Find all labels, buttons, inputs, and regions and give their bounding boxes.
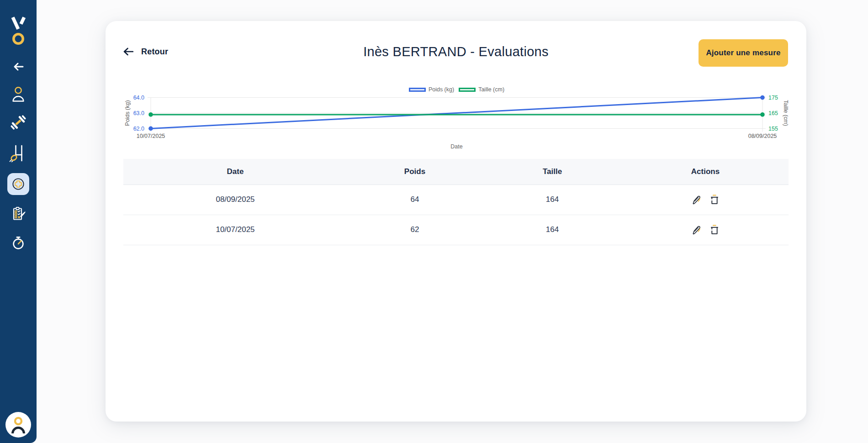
right-axis-tick-label: 155	[768, 126, 778, 132]
series-point-left	[148, 127, 153, 131]
cell-taille: 164	[482, 215, 622, 245]
app-logo[interactable]	[0, 12, 37, 48]
x-axis-title: Date	[450, 143, 462, 150]
left-axis-tick-label: 64.0	[133, 95, 144, 101]
dumbbell-icon	[9, 113, 27, 132]
cell-poids: 62	[347, 215, 482, 245]
stopwatch-icon	[11, 235, 26, 251]
sidebar-back-button[interactable]	[7, 56, 29, 78]
left-axis-tick-label: 62.0	[133, 126, 144, 132]
series-point-left	[760, 95, 765, 100]
add-measure-button[interactable]: Ajouter une mesure	[699, 39, 788, 67]
header-taille: Taille	[482, 159, 622, 185]
cell-date: 08/09/2025	[123, 185, 347, 215]
sidebar-barbell-rack-button[interactable]	[7, 142, 29, 164]
edit-button[interactable]	[691, 224, 702, 236]
app-root: Retour Inès BERTRAND - Evaluations Ajout…	[0, 0, 868, 443]
trash-icon	[709, 194, 720, 206]
series-point-right	[760, 112, 765, 117]
v-medal-logo-icon	[4, 12, 33, 48]
delete-button[interactable]	[709, 194, 720, 206]
user-avatar[interactable]	[0, 412, 37, 438]
sidebar-stopwatch-button[interactable]	[7, 232, 29, 254]
table-header: Date Poids Taille Actions	[123, 159, 789, 185]
delete-button[interactable]	[709, 224, 720, 236]
cell-date: 10/07/2025	[123, 215, 347, 245]
table-row: 10/07/202562164	[123, 215, 789, 245]
back-arrow-icon	[12, 60, 25, 73]
measurements-table: Date Poids Taille Actions 08/09/20256416…	[123, 159, 789, 245]
header-actions: Actions	[622, 159, 789, 185]
cell-poids: 64	[347, 185, 482, 215]
table-row: 08/09/202564164	[123, 185, 789, 215]
header-poids: Poids	[347, 159, 482, 185]
right-axis-title: Taille (cm)	[783, 100, 789, 126]
user-avatar-icon	[5, 412, 31, 438]
sidebar-dumbbell-button[interactable]	[7, 111, 29, 133]
cell-taille: 164	[482, 185, 622, 215]
sidebar	[0, 0, 37, 443]
health-cross-circle-icon	[12, 178, 25, 190]
right-axis-tick-label: 175	[768, 95, 778, 101]
left-axis-tick-label: 63.0	[133, 110, 144, 116]
trash-icon	[709, 224, 720, 236]
left-axis-title: Poids (kg)	[124, 100, 131, 126]
person-icon	[11, 85, 26, 102]
series-point-right	[148, 112, 153, 117]
cell-actions	[622, 215, 789, 245]
cell-actions	[622, 185, 789, 215]
measurements-line-chart: 62.063.064.015516517510/07/202508/09/202…	[110, 82, 795, 155]
sidebar-person-button[interactable]	[7, 83, 29, 105]
edit-button[interactable]	[691, 194, 702, 206]
row-actions	[622, 185, 789, 215]
barbell-rack-icon	[9, 144, 27, 162]
x-axis-tick-label: 10/07/2025	[137, 133, 165, 139]
x-axis-tick-label: 08/09/2025	[748, 133, 777, 139]
header-date: Date	[123, 159, 347, 185]
clipboard-checklist-icon	[10, 206, 26, 222]
sidebar-evaluations-button[interactable]	[7, 203, 29, 225]
pencil-icon	[691, 194, 701, 205]
row-actions	[622, 215, 789, 245]
pencil-icon	[691, 224, 701, 235]
sidebar-measures-button[interactable]	[7, 173, 29, 195]
right-axis-tick-label: 165	[768, 110, 778, 116]
